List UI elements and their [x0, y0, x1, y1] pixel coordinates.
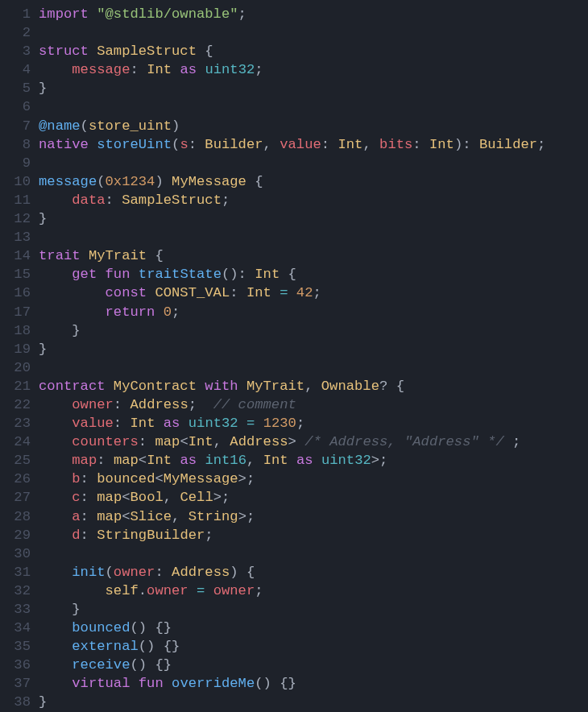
token-id: map [97, 490, 122, 505]
token-kw: as [180, 453, 197, 468]
token-var: c [72, 490, 80, 505]
token-kw: contract [39, 379, 106, 394]
line-number: 33 [0, 600, 31, 619]
token-p [271, 285, 280, 300]
code-line: data: SampleStruct; [39, 191, 545, 209]
token-kw: import [39, 6, 89, 22]
token-p [39, 397, 72, 412]
code-line: struct SampleStruct { [39, 42, 545, 60]
token-cmt: // comment [213, 397, 296, 412]
line-number: 1 [0, 5, 31, 23]
token-p [39, 471, 72, 486]
token-fn: overrideMe [172, 676, 255, 691]
code-line: owner: Address; // comment [39, 395, 545, 414]
token-fn: receive [72, 657, 130, 673]
token-id: bounced [97, 471, 155, 486]
token-id: SampleStruct [122, 192, 222, 208]
token-p: . [139, 583, 147, 598]
line-number: 30 [0, 544, 31, 563]
token-p: < [122, 509, 130, 524]
line-number: 26 [0, 470, 31, 488]
token-p: , [304, 379, 313, 394]
token-t1: uint32 [321, 453, 371, 468]
token-fn: external [72, 639, 139, 654]
line-number: 38 [0, 693, 31, 711]
token-kw: return [106, 304, 155, 320]
token-p [147, 434, 155, 449]
token-p: ; [238, 6, 246, 22]
token-id: Builder [479, 137, 537, 152]
token-var: value [280, 137, 321, 152]
token-var: d [72, 528, 80, 543]
token-id: self [106, 583, 139, 598]
token-p [39, 267, 72, 282]
token-op: = [246, 416, 255, 431]
token-kw: const [106, 285, 147, 300]
code-line [39, 228, 545, 246]
code-line [39, 358, 545, 377]
token-p: ( [97, 174, 105, 189]
code-line: b: bounced<MyMessage>; [39, 470, 545, 488]
token-p: { [280, 267, 296, 282]
token-p: >; [213, 490, 230, 505]
line-number: 14 [0, 246, 31, 265]
line-number: 34 [0, 619, 31, 637]
token-p: () {} [130, 657, 172, 673]
token-fn: traitState [139, 267, 222, 282]
line-number: 18 [0, 321, 31, 340]
token-p: : [114, 416, 122, 431]
code-line: a: map<Slice, String>; [39, 507, 545, 526]
token-kw: struct [39, 43, 89, 59]
code-line: receive() {} [39, 656, 545, 674]
line-number: 5 [0, 79, 31, 97]
token-p [296, 434, 304, 449]
token-p: : [321, 137, 329, 152]
code-line: } [39, 321, 545, 340]
token-p [130, 676, 138, 691]
token-kw: native [39, 137, 89, 152]
line-number: 15 [0, 265, 31, 284]
token-id: SampleStruct [97, 43, 197, 59]
token-p: >; [371, 453, 388, 468]
token-p: } [39, 81, 47, 96]
token-p [114, 192, 122, 208]
token-p [97, 267, 105, 282]
token-p [271, 137, 280, 152]
token-p [81, 248, 89, 263]
code-line: } [39, 600, 545, 619]
line-number: 32 [0, 582, 31, 600]
token-id: map [155, 434, 180, 449]
token-p: } [39, 211, 47, 226]
token-p: ; [172, 304, 180, 320]
token-p [39, 565, 72, 580]
code-line: get fun traitState(): Int { [39, 265, 545, 284]
token-p: : [139, 434, 147, 449]
token-op: = [197, 583, 205, 598]
token-id: Builder [205, 137, 263, 152]
token-p [39, 434, 72, 449]
token-p: () {} [139, 639, 180, 654]
token-id: Ownable [321, 379, 379, 394]
token-p: , [246, 453, 255, 468]
token-id: MyMessage [172, 174, 246, 189]
code-line: } [39, 693, 545, 711]
token-p [255, 453, 263, 468]
code-line: native storeUint(s: Builder, value: Int,… [39, 135, 545, 154]
token-p: ) [155, 174, 163, 189]
token-var: data [72, 192, 105, 208]
token-p: , [362, 137, 371, 152]
token-p [164, 676, 172, 691]
token-p [39, 416, 72, 431]
token-p [197, 137, 205, 152]
token-p [255, 416, 263, 431]
token-p: ( [106, 565, 114, 580]
token-var: map [72, 453, 97, 468]
token-p: < [139, 453, 147, 468]
token-p [39, 304, 106, 320]
token-p: >; [238, 471, 255, 486]
token-id: Int [246, 285, 271, 300]
line-number: 9 [0, 154, 31, 172]
token-p [89, 509, 97, 524]
code-line [39, 23, 545, 42]
token-p: : [114, 397, 122, 412]
